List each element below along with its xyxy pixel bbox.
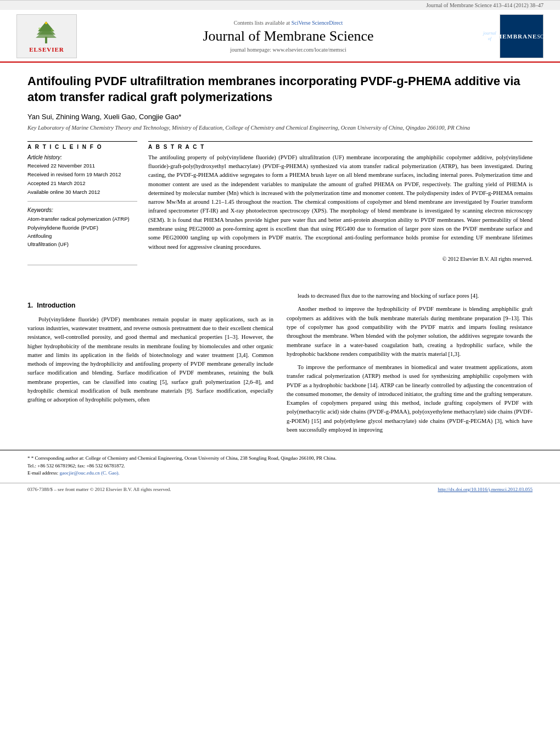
email-label: E-mail address:	[27, 470, 58, 476]
main-body: 1. Introduction Poly(vinylidene fluoride…	[0, 286, 560, 450]
page: Journal of Membrane Science 413–414 (201…	[0, 0, 560, 742]
svg-point-5	[51, 29, 53, 31]
journal-logo-box: journal of MEMBRANE SCIENCE	[500, 14, 544, 58]
journal-number-bar: Journal of Membrane Science 413–414 (201…	[0, 0, 560, 10]
copyright: © 2012 Elsevier B.V. All rights reserved…	[148, 256, 533, 262]
article-body: Antifouling PVDF ultrafiltration membran…	[0, 63, 560, 286]
svg-point-6	[45, 22, 47, 24]
journal-number: Journal of Membrane Science 413–414 (201…	[426, 2, 544, 8]
date4: Available online 30 March 2012	[27, 188, 137, 197]
section1-para1: Poly(vinylidene fluoride) (PVDF) membran…	[27, 315, 273, 405]
bottom-bar: 0376-7388/$ – see front matter © 2012 El…	[0, 483, 560, 495]
svg-point-4	[38, 27, 41, 30]
homepage-text: journal homepage: www.elsevier.com/locat…	[230, 47, 346, 53]
footnote-tel: Tel.: +86 532 66781962; fax: +86 532 667…	[27, 462, 533, 470]
footnote-area: * * Corresponding author at: College of …	[0, 450, 560, 483]
date1: Received 22 November 2011	[27, 161, 137, 170]
keywords-label: Keywords:	[27, 207, 137, 213]
section1-title: 1. Introduction	[27, 300, 273, 311]
article-columns: A R T I C L E I N F O Article history: R…	[27, 141, 533, 270]
article-dates: Received 22 November 2011 Received in re…	[27, 161, 137, 197]
section1-col2-para3: To improve the performance of membranes …	[287, 363, 533, 434]
main-col-right: leads to decreased flux due to the narro…	[287, 292, 533, 439]
journal-homepage: journal homepage: www.elsevier.com/locat…	[88, 47, 489, 53]
sciverse-line: Contents lists available at SciVerse Sci…	[88, 20, 489, 26]
abstract-text: The antifouling property of poly(vinylid…	[148, 153, 533, 252]
keywords-list: Atom-transfer radical polymerization (AT…	[27, 215, 137, 248]
issn-text: 0376-7388/$ – see front matter © 2012 El…	[27, 487, 171, 492]
star-symbol: *	[27, 455, 31, 461]
email-link[interactable]: gaocjie@ouc.edu.cn (C. Gao).	[59, 470, 119, 476]
journal-header: ELSEVIER Contents lists available at Sci…	[0, 10, 560, 63]
section1-col2-para2: Another method to improve the hydrophili…	[287, 305, 533, 359]
main-col-left: 1. Introduction Poly(vinylidene fluoride…	[27, 292, 273, 439]
info-divider	[27, 201, 137, 202]
journal-header-center: Contents lists available at SciVerse Sci…	[77, 20, 500, 53]
doi-link[interactable]: http://dx.doi.org/10.1016/j.memsci.2012.…	[438, 487, 533, 492]
elsevier-wordmark: ELSEVIER	[29, 46, 64, 53]
article-title: Antifouling PVDF ultrafiltration membran…	[27, 74, 533, 105]
article-info-column: A R T I C L E I N F O Article history: R…	[27, 141, 137, 270]
article-affiliation: Key Laboratory of Marine Chemistry Theor…	[27, 124, 533, 132]
footnote-star: * * Corresponding author at: College of …	[27, 455, 533, 462]
article-history-label: Article history:	[27, 154, 137, 160]
date2: Received in revised form 19 March 2012	[27, 170, 137, 179]
article-info-heading: A R T I C L E I N F O	[27, 141, 137, 150]
keyword2: Polyvinylidene fluoride (PVDF)	[27, 224, 137, 232]
section1-col2-para1: leads to decreased flux due to the narro…	[287, 292, 533, 300]
keyword3: Antifouling	[27, 232, 137, 240]
abstract-heading: A B S T R A C T	[148, 141, 533, 150]
article-authors: Yan Sui, Zhining Wang, Xueli Gao, Congji…	[27, 113, 533, 121]
info-divider-2	[27, 265, 137, 265]
abstract-column: A B S T R A C T The antifouling property…	[148, 141, 533, 270]
star-note: * Corresponding author at: College of Ch…	[31, 455, 337, 461]
keyword1: Atom-transfer radical polymerization (AT…	[27, 215, 137, 223]
date3: Accepted 21 March 2012	[27, 179, 137, 188]
elsevier-logo: ELSEVIER	[16, 14, 77, 58]
footnote-email: E-mail address: gaocjie@ouc.edu.cn (C. G…	[27, 470, 533, 477]
keyword4: Ultrafiltration (UF)	[27, 240, 137, 248]
sciverse-link[interactable]: SciVerse ScienceDirect	[292, 20, 343, 26]
journal-title: Journal of Membrane Science	[88, 28, 489, 44]
